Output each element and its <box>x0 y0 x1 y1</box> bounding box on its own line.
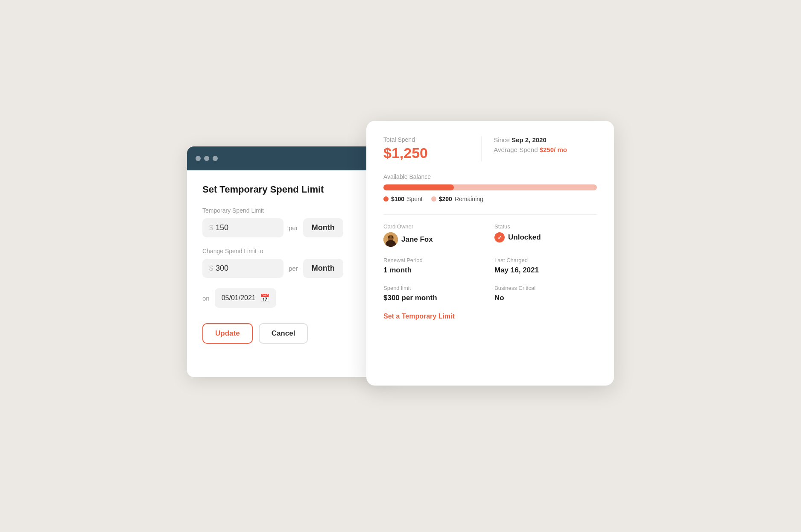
per-label-1: per <box>289 224 298 231</box>
remaining-legend: $200 Remaining <box>431 196 483 202</box>
set-spend-limit-card: Set Temporary Spend Limit Temporary Spen… <box>187 146 392 377</box>
card-owner-name: Jane Fox <box>401 235 433 244</box>
field2-label: Change Spend Limit to <box>202 248 377 254</box>
titlebar <box>187 146 392 170</box>
last-charged-cell: Last Charged May 16, 2021 <box>494 257 597 275</box>
field2-input[interactable]: $ 300 <box>202 259 284 278</box>
status-text: Unlocked <box>508 233 541 242</box>
date-input[interactable]: 05/01/2021 📅 <box>215 288 276 308</box>
divider <box>383 214 597 215</box>
titlebar-dot-1 <box>196 156 201 161</box>
titlebar-dot-2 <box>204 156 209 161</box>
total-spend-label: Total Spend <box>383 136 469 143</box>
info-grid: Card Owner Jane Fox <box>383 223 597 302</box>
card-title: Set Temporary Spend Limit <box>202 184 377 195</box>
balance-title: Available Balance <box>383 173 597 180</box>
per-label-2: per <box>289 265 298 272</box>
card-owner-label: Card Owner <box>383 223 486 230</box>
total-spend-value: $1,250 <box>383 145 469 161</box>
avatar <box>383 232 398 247</box>
avg-spend-text: Average Spend $250/ mo <box>494 146 597 153</box>
spent-legend: $100 Spent <box>383 196 423 202</box>
card-owner-value: Jane Fox <box>383 232 486 247</box>
since-section: Since Sep 2, 2020 Average Spend $250/ mo <box>494 136 597 153</box>
remaining-label: Remaining <box>455 196 483 202</box>
business-critical-value: No <box>494 294 597 302</box>
spent-dot <box>383 196 389 202</box>
titlebar-dot-3 <box>213 156 218 161</box>
balance-section: Available Balance $100 Spent $200 Remain… <box>383 173 597 202</box>
field1-input[interactable]: $ 150 <box>202 218 284 237</box>
details-card: Total Spend $1,250 Since Sep 2, 2020 Ave… <box>366 121 614 386</box>
button-row: Update Cancel <box>202 323 377 344</box>
cancel-button[interactable]: Cancel <box>259 323 308 344</box>
field1-row: $ 150 per Month <box>202 218 377 237</box>
svg-point-3 <box>388 236 390 238</box>
spend-limit-value: $300 per month <box>383 294 486 302</box>
svg-point-1 <box>388 235 394 241</box>
on-label: on <box>202 295 210 302</box>
since-text: Since Sep 2, 2020 <box>494 136 597 143</box>
field2-row: $ 300 per Month <box>202 259 377 278</box>
date-row: on 05/01/2021 📅 <box>202 288 377 308</box>
renewal-period-label: Renewal Period <box>383 257 486 263</box>
business-critical-cell: Business Critical No <box>494 285 597 302</box>
stats-divider <box>481 136 482 161</box>
svg-point-4 <box>392 236 393 238</box>
field1-period-selector[interactable]: Month <box>303 218 343 237</box>
field2-period-selector[interactable]: Month <box>303 259 343 278</box>
since-date: Sep 2, 2020 <box>512 136 547 143</box>
status-label: Status <box>494 223 597 230</box>
business-critical-label: Business Critical <box>494 285 597 291</box>
field2-value[interactable]: 300 <box>216 264 228 273</box>
spent-amount: $100 <box>391 196 404 202</box>
status-value: ✓ Unlocked <box>494 232 597 243</box>
status-cell: Status ✓ Unlocked <box>494 223 597 247</box>
card-owner-cell: Card Owner Jane Fox <box>383 223 486 247</box>
remaining-amount: $200 <box>439 196 452 202</box>
legend-row: $100 Spent $200 Remaining <box>383 196 597 202</box>
unlocked-icon: ✓ <box>494 232 505 243</box>
set-temp-limit-link[interactable]: Set a Temporary Limit <box>383 313 455 320</box>
avg-spend-value: $250/ mo <box>540 146 567 153</box>
field1-label: Temporary Spend Limit <box>202 207 377 214</box>
currency-symbol-1: $ <box>209 224 213 232</box>
last-charged-value: May 16, 2021 <box>494 266 597 275</box>
update-button[interactable]: Update <box>202 323 253 344</box>
currency-symbol-2: $ <box>209 265 213 272</box>
spent-label: Spent <box>407 196 423 202</box>
calendar-icon: 📅 <box>260 293 269 303</box>
stats-row: Total Spend $1,250 Since Sep 2, 2020 Ave… <box>383 136 597 161</box>
field1-value[interactable]: 150 <box>216 223 228 232</box>
progress-bar-background <box>383 184 597 190</box>
renewal-period-cell: Renewal Period 1 month <box>383 257 486 275</box>
total-spend-section: Total Spend $1,250 <box>383 136 469 161</box>
spend-limit-cell: Spend limit $300 per month <box>383 285 486 302</box>
last-charged-label: Last Charged <box>494 257 597 263</box>
date-value: 05/01/2021 <box>222 294 256 302</box>
spend-limit-label: Spend limit <box>383 285 486 291</box>
renewal-period-value: 1 month <box>383 266 486 275</box>
remaining-dot <box>431 196 436 202</box>
progress-bar-fill <box>383 184 454 190</box>
